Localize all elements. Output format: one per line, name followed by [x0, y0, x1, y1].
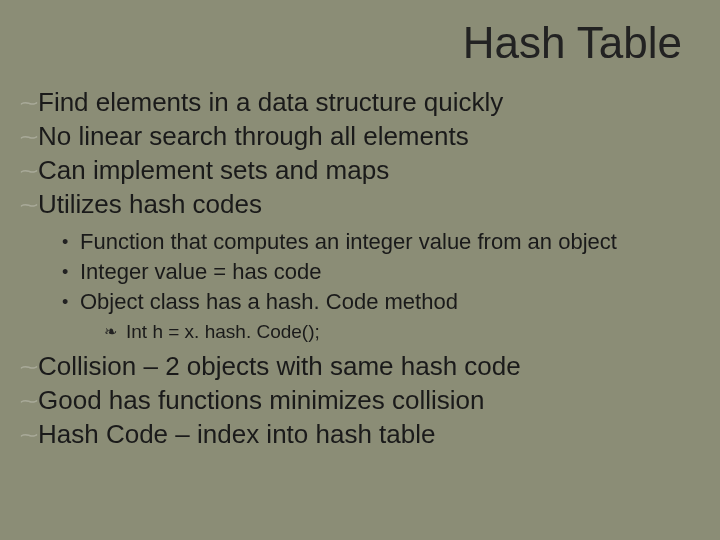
bullet-text: Object class has a hash. Code method	[80, 288, 458, 316]
slide-body: ⁓ Find elements in a data structure quic…	[20, 86, 690, 452]
bullet-mark-l1: ⁓	[20, 386, 38, 416]
bullet-text: Function that computes an integer value …	[80, 228, 617, 256]
list-item: • Object class has a hash. Code method	[62, 288, 690, 316]
bullet-text: Collision – 2 objects with same hash cod…	[38, 350, 521, 382]
bullet-mark-l1: ⁓	[20, 122, 38, 152]
bullet-mark-l2: •	[62, 228, 80, 256]
bullet-text: Can implement sets and maps	[38, 154, 389, 186]
list-item: ⁓ Find elements in a data structure quic…	[20, 86, 690, 118]
list-item: ⁓ Hash Code – index into hash table	[20, 418, 690, 450]
bullet-mark-l3: ❧	[104, 320, 126, 344]
bullet-text: Int h = x. hash. Code();	[126, 320, 320, 344]
bullet-mark-l1: ⁓	[20, 420, 38, 450]
bullet-mark-l2: •	[62, 288, 80, 316]
bullet-text: No linear search through all elements	[38, 120, 469, 152]
bullet-mark-l1: ⁓	[20, 156, 38, 186]
list-item: ❧ Int h = x. hash. Code();	[104, 320, 690, 344]
bullet-text: Integer value = has code	[80, 258, 322, 286]
list-item: • Function that computes an integer valu…	[62, 228, 690, 256]
list-item: ⁓ Can implement sets and maps	[20, 154, 690, 186]
list-item: • Integer value = has code	[62, 258, 690, 286]
bullet-mark-l1: ⁓	[20, 352, 38, 382]
bullet-text: Good has functions minimizes collision	[38, 384, 485, 416]
slide-title: Hash Table	[463, 18, 682, 68]
bullet-mark-l2: •	[62, 258, 80, 286]
list-item: ⁓ Collision – 2 objects with same hash c…	[20, 350, 690, 382]
bullet-mark-l1: ⁓	[20, 190, 38, 220]
bullet-text: Find elements in a data structure quickl…	[38, 86, 503, 118]
list-item: ⁓ Good has functions minimizes collision	[20, 384, 690, 416]
bullet-mark-l1: ⁓	[20, 88, 38, 118]
list-item: ⁓ No linear search through all elements	[20, 120, 690, 152]
list-item: ⁓ Utilizes hash codes	[20, 188, 690, 220]
bullet-text: Utilizes hash codes	[38, 188, 262, 220]
bullet-text: Hash Code – index into hash table	[38, 418, 436, 450]
